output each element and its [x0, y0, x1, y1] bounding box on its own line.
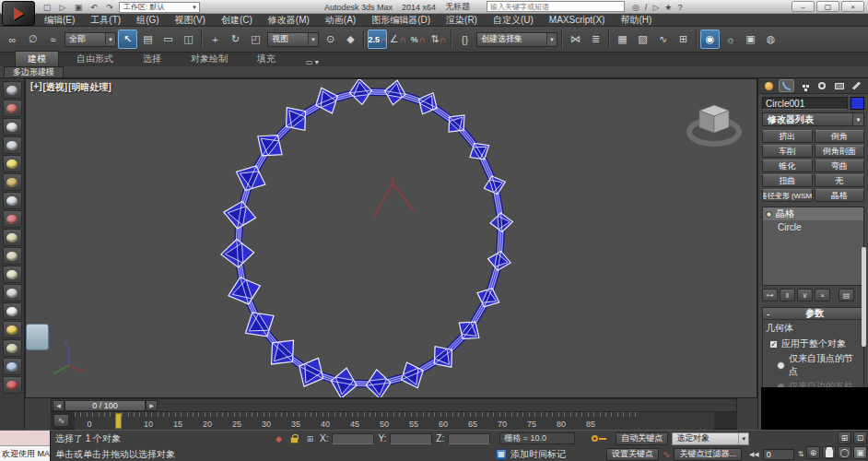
- red-sphere-icon[interactable]: [3, 376, 22, 394]
- visibility-bulb-icon[interactable]: [766, 211, 772, 218]
- time-tag-icon[interactable]: ▦: [496, 449, 507, 460]
- y-coordinate-field[interactable]: [390, 433, 432, 444]
- workspace-dropdown[interactable]: 工作区: 默认 ▼: [119, 2, 200, 13]
- undo-icon[interactable]: ↶: [88, 2, 100, 13]
- cone-icon[interactable]: [3, 302, 22, 320]
- viewport-view-label[interactable]: [透视]: [43, 81, 68, 94]
- help-icon[interactable]: ?: [677, 3, 682, 12]
- ribbon-tab-4[interactable]: 填充: [245, 52, 287, 66]
- new-key-curve-icon[interactable]: ∿: [663, 449, 670, 459]
- zoom-region-icon[interactable]: ⊕: [806, 446, 820, 459]
- modifier-list-dropdown[interactable]: 修改器列表 ▼: [762, 112, 864, 126]
- selection-filter-dropdown[interactable]: 全部▼: [65, 32, 116, 47]
- menu-item-2[interactable]: 组(G): [136, 14, 158, 27]
- modifier-button-5[interactable]: 弯曲: [815, 160, 865, 172]
- auto-key-button[interactable]: 自动关键点: [616, 432, 668, 445]
- absolute-offset-mode-icon[interactable]: ⊞: [304, 432, 316, 444]
- rectangular-selection-region-icon[interactable]: ▭: [158, 30, 178, 49]
- mirror-icon[interactable]: ⋈: [566, 30, 585, 49]
- frame-spinner[interactable]: ⇅: [798, 450, 804, 458]
- layer-manager-icon[interactable]: ▦: [613, 30, 632, 49]
- menu-item-0[interactable]: 编辑(E): [44, 14, 75, 27]
- menu-item-1[interactable]: 工具(T): [90, 14, 121, 27]
- unlink-selection-icon[interactable]: ∅: [23, 30, 42, 49]
- remove-modifier-icon[interactable]: ×: [815, 289, 830, 301]
- sphere-icon[interactable]: [3, 266, 22, 283]
- edit-named-selection-sets-icon[interactable]: {}: [455, 30, 475, 49]
- stack-row-0[interactable]: 晶格: [763, 207, 863, 220]
- object-name-field[interactable]: Circle001: [762, 97, 848, 110]
- parameters-rollout-header[interactable]: - 参数: [763, 308, 863, 320]
- close-button[interactable]: ×: [841, 1, 864, 12]
- tab-modify[interactable]: [779, 79, 794, 92]
- snaps-toggle-icon[interactable]: 2.5∩: [368, 30, 387, 49]
- orbit-icon[interactable]: ◯: [838, 446, 851, 459]
- communication-center-icon[interactable]: ▷: [652, 3, 659, 12]
- viewport-canvas[interactable]: z: [26, 79, 757, 398]
- listener-script-pane[interactable]: 欢迎使用 MAXScr: [0, 446, 50, 461]
- panel-scrollbar[interactable]: [862, 247, 866, 347]
- save-file-icon[interactable]: ▣: [72, 2, 85, 13]
- make-unique-icon[interactable]: ∨: [797, 289, 813, 301]
- select-and-manipulate-icon[interactable]: ◆: [341, 30, 360, 49]
- viewport-shading-label[interactable]: [明暗处理]: [68, 81, 111, 94]
- named-selection-sets-dropdown[interactable]: 创建选择集▼: [476, 32, 557, 47]
- previous-frame-button[interactable]: ◀: [53, 400, 65, 411]
- key-filter-target-dropdown[interactable]: 选定对象 ▼: [672, 432, 749, 445]
- go-to-start-button[interactable]: ◀◀: [749, 451, 759, 458]
- ribbon-minimize-button[interactable]: ▭ ▾: [300, 58, 324, 66]
- tab-utilities[interactable]: [849, 79, 864, 92]
- modifier-button-2[interactable]: 车削: [762, 145, 813, 158]
- object-color-swatch[interactable]: [850, 97, 864, 110]
- select-and-link-icon[interactable]: ∞: [3, 30, 22, 49]
- menu-item-9[interactable]: 自定义(U): [493, 14, 534, 27]
- material-editor-icon[interactable]: ◉: [700, 30, 720, 49]
- isolate-selection-icon[interactable]: ◆: [273, 432, 285, 444]
- tab-motion[interactable]: [814, 79, 829, 92]
- audio-speaker-icon[interactable]: [3, 173, 22, 191]
- current-frame-marker[interactable]: [115, 413, 122, 429]
- modifier-button-9[interactable]: 晶格: [815, 189, 865, 202]
- selection-lock-icon[interactable]: [288, 432, 300, 444]
- chevron-down-icon[interactable]: ▼: [738, 433, 748, 444]
- select-object-icon[interactable]: ↖: [118, 30, 137, 49]
- show-end-result-icon[interactable]: ‖: [780, 289, 795, 301]
- modifier-stack[interactable]: 晶格Circle: [762, 207, 864, 286]
- modifier-button-0[interactable]: 挤出: [762, 130, 813, 143]
- maxscript-mini-listener[interactable]: 欢迎使用 MAXScr: [0, 431, 51, 461]
- bind-to-space-warp-icon[interactable]: ≈: [43, 30, 63, 49]
- track-bar[interactable]: ∿ 0510152025303540455055606570758085: [51, 412, 737, 430]
- moon-icon[interactable]: [3, 192, 22, 209]
- camera-icon[interactable]: [3, 210, 22, 228]
- next-frame-button[interactable]: ▶: [146, 400, 158, 411]
- favorites-star-icon[interactable]: ★: [664, 3, 672, 12]
- render-production-icon[interactable]: ◍: [761, 30, 780, 49]
- zoom-extents-all-icon[interactable]: ⊡: [853, 431, 867, 444]
- light-bulb-icon[interactable]: [3, 155, 22, 172]
- minimize-button[interactable]: –: [792, 1, 815, 12]
- tab-hierarchy[interactable]: [796, 79, 812, 92]
- modifier-button-3[interactable]: 倒角剖面: [815, 145, 865, 158]
- dome-icon[interactable]: [3, 247, 22, 265]
- window-crossing-icon[interactable]: ◫: [179, 30, 198, 49]
- x-coordinate-field[interactable]: [332, 433, 374, 444]
- spinner-snap-toggle-icon[interactable]: ⇅∩: [428, 30, 448, 49]
- image-map-icon[interactable]: [3, 229, 22, 246]
- menu-item-4[interactable]: 创建(C): [221, 14, 252, 27]
- select-by-name-icon[interactable]: ▤: [138, 30, 158, 49]
- tab-display[interactable]: [831, 79, 847, 92]
- modifier-button-6[interactable]: 扭曲: [762, 174, 813, 187]
- zoom-extents-icon[interactable]: ⊞: [838, 431, 851, 444]
- select-and-rotate-icon[interactable]: ↻: [226, 30, 245, 49]
- percent-snap-toggle-icon[interactable]: %∩: [408, 30, 428, 49]
- reference-coordinate-system-dropdown[interactable]: 视图▼: [267, 32, 319, 47]
- sun-icon[interactable]: [3, 321, 22, 338]
- menu-item-11[interactable]: 帮助(H): [620, 14, 651, 27]
- chevron-down-icon[interactable]: ▼: [546, 33, 557, 45]
- apply-to-entire-object-row[interactable]: ✓ 应用于整个对象: [769, 337, 861, 350]
- viewport-menu-plus[interactable]: [+]: [30, 81, 42, 94]
- add-time-tag-label[interactable]: 添加时间标记: [510, 448, 566, 461]
- modifier-button-1[interactable]: 倒角: [815, 130, 865, 143]
- restore-button[interactable]: ▢: [816, 1, 839, 12]
- search-binoculars-icon[interactable]: ◎: [632, 3, 639, 12]
